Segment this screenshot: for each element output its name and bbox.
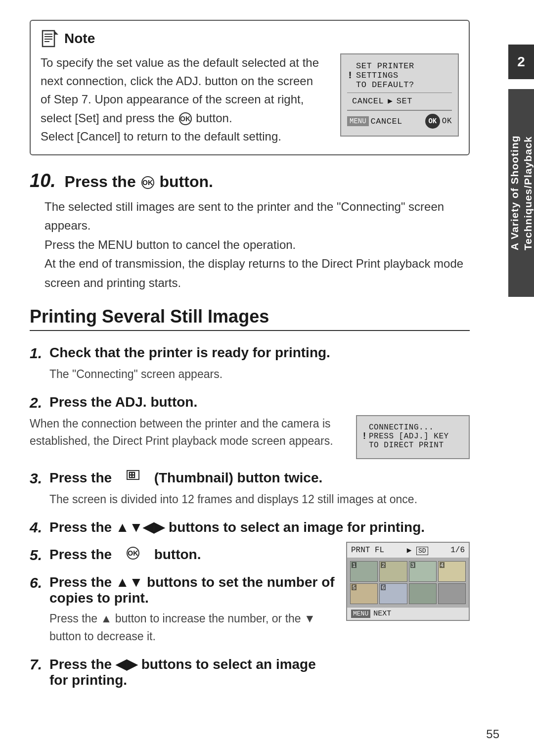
thumb-7 <box>409 583 437 604</box>
step-3-label-end: (Thumbnail) button twice. <box>154 470 323 486</box>
print-screen-menu-tag: MENU <box>351 610 370 618</box>
step-2-label: Press the ADJ. button. <box>49 394 197 410</box>
screen-cancel: CANCEL <box>352 96 384 106</box>
conn-line2: PRESS [ADJ.] KEY <box>369 432 449 441</box>
screen-menu-cancel-label: CANCEL <box>371 117 402 126</box>
step-2-title: 2. Press the ADJ. button. <box>30 394 470 411</box>
screen-line1: SET PRINTER SETTINGS <box>356 61 452 80</box>
screen-row-1: ! SET PRINTER SETTINGS TO DEFAULT? <box>347 61 452 90</box>
step-5-label: Press the <box>49 547 112 563</box>
note-header: Note <box>41 30 459 47</box>
screen-divider <box>347 93 452 93</box>
step-10: 10. Press the OK button. The selected st… <box>30 170 470 292</box>
step-2-content: When the connection between the printer … <box>30 415 470 459</box>
thumb-8 <box>438 583 466 604</box>
section-heading: Printing Several Still Images <box>30 306 470 331</box>
step-3-detail: The screen is divided into 12 frames and… <box>30 491 470 509</box>
note-body-text: To specify the set value as the default … <box>41 56 319 143</box>
step-2-detail: When the connection between the printer … <box>30 415 341 450</box>
step-10-ok-sym: OK <box>141 176 154 189</box>
conn-line1: CONNECTING... <box>369 423 449 432</box>
note-text: To specify the set value as the default … <box>41 53 325 145</box>
screen-menu-btn: MENU <box>347 116 369 126</box>
steps-5-7-container: 5. Press the OK button. 6. Press the ▲▼ … <box>30 547 470 699</box>
step-2-detail-text: When the connection between the printer … <box>30 415 341 450</box>
step-3-num: 3. <box>30 470 44 487</box>
thumb-3: 3 <box>409 561 437 582</box>
thumbnail-icon <box>127 470 139 480</box>
note-screen: ! SET PRINTER SETTINGS TO DEFAULT? CANCE… <box>340 53 459 137</box>
step-6-num: 6. <box>30 574 44 591</box>
screen-ok-btn: OK <box>425 114 440 129</box>
print-screen: PRNT FL ▶ SD 1/6 1 2 3 4 <box>346 542 470 621</box>
step-6-title: 6. Press the ▲▼ buttons to set the numbe… <box>30 574 336 606</box>
screen-line2: TO DEFAULT? <box>356 80 452 90</box>
step-6: 6. Press the ▲▼ buttons to set the numbe… <box>30 574 336 645</box>
step-2-num: 2. <box>30 394 44 411</box>
connecting-screen: ! CONNECTING... PRESS [ADJ.] KEY TO DIRE… <box>356 415 470 459</box>
note-box: Note To specify the set value as the def… <box>30 20 470 155</box>
step-5-ok-sym: OK <box>127 547 139 560</box>
note-icon <box>41 30 58 47</box>
step-5: 5. Press the OK button. <box>30 547 336 564</box>
page-number: 55 <box>486 727 499 741</box>
thumb-5: 5 <box>350 583 378 604</box>
step-4-label: Press the ▲▼◀▶ buttons to select an imag… <box>49 519 425 535</box>
step-4: 4. Press the ▲▼◀▶ buttons to select an i… <box>30 519 470 536</box>
screen-arrow: ▶ <box>388 96 393 106</box>
step-7: 7. Press the ◀▶ buttons to select an ima… <box>30 656 336 688</box>
step-1-title: 1. Check that the printer is ready for p… <box>30 345 470 362</box>
screen-set: SET <box>397 96 412 106</box>
step-4-num: 4. <box>30 519 44 536</box>
step-10-detail2: Press the MENU button to cancel the oper… <box>44 236 470 254</box>
print-screen-next-label: NEXT <box>373 610 391 618</box>
print-screen-container: PRNT FL ▶ SD 1/6 1 2 3 4 <box>346 542 470 621</box>
step-7-num: 7. <box>30 656 44 673</box>
step-5-title: 5. Press the OK button. <box>30 547 336 564</box>
thumb-6: 6 <box>379 583 407 604</box>
screen-ok-label: OK <box>442 117 452 126</box>
step-3: 3. Press the (Thumbnail) button twice. T… <box>30 470 470 509</box>
thumb-1: 1 <box>350 561 378 582</box>
step-1-num: 1. <box>30 345 44 362</box>
ok-symbol-note: OK <box>179 112 192 125</box>
print-screen-top: PRNT FL ▶ SD 1/6 <box>347 543 469 558</box>
step-10-title: 10. Press the OK button. <box>30 170 470 191</box>
step-6-detail: Press the ▲ button to increase the numbe… <box>30 610 336 645</box>
thumb-2: 2 <box>379 561 407 582</box>
note-title: Note <box>64 31 95 47</box>
step-1-label: Check that the printer is ready for prin… <box>49 345 330 361</box>
screen-cancel-set-row: CANCEL ▶ SET <box>347 96 452 106</box>
step-3-label-start: Press the <box>49 470 112 486</box>
thumb-4: 4 <box>438 561 466 582</box>
step-5-label-end: button. <box>154 547 201 563</box>
step-10-number: 10. <box>30 170 56 191</box>
step-6-label: Press the ▲▼ buttons to set the number o… <box>49 574 336 606</box>
chapter-number: 2 <box>508 45 534 79</box>
sidebar-tab-text: A Variety of Shooting Techniques/Playbac… <box>508 89 534 297</box>
screen-lines: SET PRINTER SETTINGS TO DEFAULT? <box>356 61 452 90</box>
step-5-num: 5. <box>30 547 44 564</box>
screen-exclaim-icon: ! <box>347 70 353 81</box>
step-3-title: 3. Press the (Thumbnail) button twice. <box>30 470 470 487</box>
page-container: Note To specify the set value as the def… <box>0 0 494 756</box>
conn-row-1: ! CONNECTING... PRESS [ADJ.] KEY TO DIRE… <box>363 423 463 450</box>
screen-bottom-bar: MENU CANCEL OK OK <box>347 110 452 129</box>
thumb-area: 1 2 3 4 5 6 <box>347 558 469 607</box>
step-1: 1. Check that the printer is ready for p… <box>30 345 470 383</box>
step-1-detail: The "Connecting" screen appears. <box>30 366 470 383</box>
conn-line3: TO DIRECT PRINT <box>369 441 449 450</box>
sidebar-tab: A Variety of Shooting Techniques/Playbac… <box>508 89 534 297</box>
conn-exclaim: ! <box>363 431 366 441</box>
print-screen-page: 1/6 <box>450 546 465 555</box>
steps-5-7-left: 5. Press the OK button. 6. Press the ▲▼ … <box>30 547 336 699</box>
print-screen-icon: ▶ SD <box>407 545 428 555</box>
step-10-detail3: At the end of transmission, the display … <box>44 254 470 292</box>
step-10-body: The selected still images are sent to th… <box>30 197 470 292</box>
conn-lines: CONNECTING... PRESS [ADJ.] KEY TO DIRECT… <box>369 423 449 450</box>
step-10-label2: button. <box>159 173 213 190</box>
step-10-detail1: The selected still images are sent to th… <box>44 197 470 236</box>
step-2: 2. Press the ADJ. button. When the conne… <box>30 394 470 459</box>
print-screen-bottom: MENU NEXT <box>347 607 469 620</box>
step-4-title: 4. Press the ▲▼◀▶ buttons to select an i… <box>30 519 470 536</box>
